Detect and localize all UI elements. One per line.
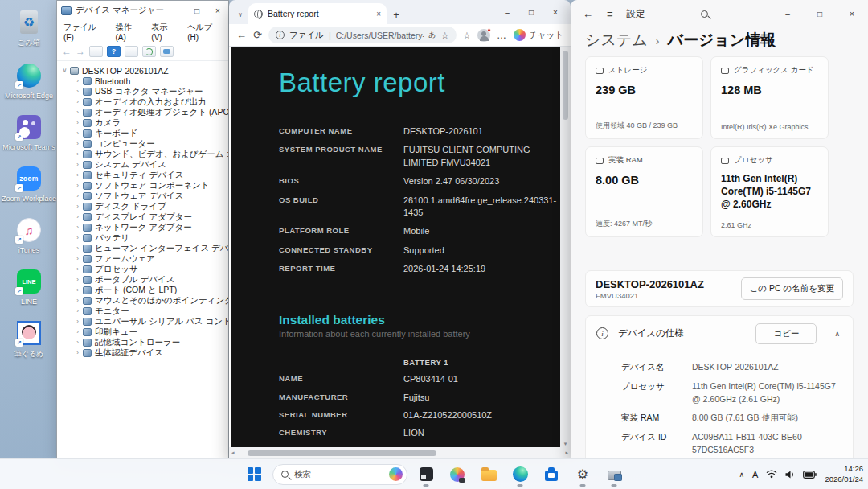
breadcrumb-parent[interactable]: システム (585, 30, 648, 51)
menu-item[interactable]: 操作(A) (115, 22, 141, 42)
device-tree-item[interactable]: › 印刷キュー (73, 327, 228, 337)
device-tree-item[interactable]: › 生体認証デバイス (73, 347, 228, 358)
scroll-down-icon[interactable]: ▾ (560, 441, 571, 447)
help-icon[interactable]: ? (107, 46, 121, 57)
expand-icon[interactable]: › (73, 98, 82, 105)
expand-icon[interactable]: › (73, 182, 82, 189)
device-tree-item[interactable]: › ディスプレイ アダプター (73, 212, 228, 222)
forward-icon[interactable]: → (76, 47, 85, 56)
expand-icon[interactable]: › (73, 171, 82, 179)
minimize-button[interactable]: – (772, 0, 804, 27)
device-tree-item[interactable]: › ソフトウェア デバイス (73, 191, 228, 201)
device-tree-item[interactable]: › ユニバーサル シリアル バス コントローラー (73, 316, 228, 327)
minimize-button[interactable]: – (495, 0, 519, 24)
desktop-icon[interactable]: ♻ ↗ ごみ箱 (3, 8, 55, 48)
menu-item[interactable]: ファイル(F) (63, 22, 104, 42)
rename-pc-button[interactable]: この PC の名前を変更 (741, 277, 843, 300)
device-tree-item[interactable]: › Bluetooth (73, 76, 228, 86)
expand-icon[interactable]: › (73, 349, 82, 356)
menu-item[interactable]: ヘルプ(H) (187, 22, 222, 42)
device-tree-item[interactable]: › ポータブル デバイス (73, 274, 228, 285)
expand-icon[interactable]: › (73, 328, 82, 335)
device-tree-item[interactable]: › USB コネクタ マネージャー (73, 86, 228, 97)
console-icon[interactable] (89, 46, 103, 57)
volume-icon[interactable] (785, 471, 795, 479)
collapse-icon[interactable]: ∨ (60, 67, 69, 74)
device-tree-item[interactable]: › カメラ (73, 117, 228, 128)
horizontal-scrollbar[interactable]: ◂ ▸ (229, 447, 571, 458)
tab-close-icon[interactable]: × (376, 10, 381, 18)
expand-icon[interactable]: › (73, 318, 82, 325)
desktop-icon[interactable]: ↗ 筆ぐるめ (3, 319, 55, 360)
device-tree-item[interactable]: › キーボード (73, 128, 228, 138)
tray-overflow-icon[interactable]: ∧ (739, 471, 745, 479)
expand-icon[interactable]: › (73, 77, 82, 84)
expand-icon[interactable]: › (73, 213, 82, 220)
expand-icon[interactable]: › (73, 255, 82, 262)
taskbar-copilot[interactable] (444, 462, 470, 487)
device-tree-item[interactable]: › ネットワーク アダプター (73, 222, 228, 232)
expand-icon[interactable]: › (73, 129, 82, 137)
taskbar-clock[interactable]: 14:26 2026/01/24 (825, 464, 863, 484)
desktop-icon[interactable]: LINE ↗ LINE (3, 268, 55, 306)
page-info-icon[interactable]: i (276, 31, 285, 39)
desktop-icon[interactable]: zoom ↗ Zoom Workplace (3, 165, 55, 203)
favorite-star-icon[interactable]: ☆ (440, 30, 448, 41)
scroll-left-icon[interactable]: ◂ (231, 450, 235, 456)
close-button[interactable]: × (543, 0, 567, 24)
properties-icon[interactable] (125, 46, 138, 57)
taskbar-store[interactable] (538, 462, 564, 487)
close-button[interactable]: × (207, 1, 228, 20)
address-bar[interactable]: i ファイル | C:/Users/USER/battery-repor... … (268, 27, 457, 43)
scrollbar-thumb[interactable] (248, 450, 436, 456)
expand-icon[interactable]: › (73, 88, 82, 95)
expand-icon[interactable]: › (73, 297, 82, 304)
back-icon[interactable]: ← (236, 30, 247, 40)
copilot-chat-button[interactable]: チャット (514, 29, 563, 41)
hamburger-menu-icon[interactable]: ≡ (607, 8, 613, 20)
taskbar-settings[interactable]: ⚙ (570, 462, 596, 487)
maximize-button[interactable]: □ (186, 1, 207, 20)
reload-icon[interactable]: ⟳ (253, 30, 262, 40)
tab-actions-icon[interactable]: ∨ (232, 5, 248, 24)
expand-icon[interactable]: › (73, 265, 82, 273)
scan-hardware-icon[interactable] (142, 46, 156, 57)
expand-icon[interactable]: › (73, 140, 82, 147)
back-icon[interactable]: ← (583, 8, 593, 20)
device-tree-item[interactable]: › サウンド、ビデオ、およびゲーム コントローラー (73, 149, 228, 159)
device-tree-item[interactable]: › ディスク ドライブ (73, 201, 228, 212)
device-tree-item[interactable]: › システム デバイス (73, 159, 228, 170)
new-tab-button[interactable]: + (387, 5, 406, 24)
feedback-icon[interactable] (160, 46, 174, 57)
profile-avatar[interactable] (477, 29, 490, 42)
expand-icon[interactable]: › (73, 224, 82, 231)
menu-item[interactable]: 表示(V) (151, 22, 177, 42)
device-tree-item[interactable]: › オーディオの入力および出力 (73, 97, 228, 107)
device-tree-item[interactable]: › プロセッサ (73, 264, 228, 274)
vertical-scrollbar[interactable]: ▾ (560, 47, 571, 448)
tab-battery-report[interactable]: Battery report × (248, 3, 387, 24)
taskbar-app-dark[interactable] (413, 462, 439, 487)
device-tree-root[interactable]: ∨ DESKTOP-2026101AZ (60, 65, 228, 76)
back-icon[interactable]: ← (62, 47, 72, 56)
taskbar-file-explorer[interactable] (476, 462, 502, 487)
expand-icon[interactable]: › (73, 244, 82, 252)
device-tree-item[interactable]: › セキュリティ デバイス (73, 170, 228, 180)
device-tree-item[interactable]: › オーディオ処理オブジェクト (APO) (73, 107, 228, 117)
battery-icon[interactable] (803, 471, 817, 479)
scrollbar-thumb[interactable] (563, 51, 568, 120)
device-tree-item[interactable]: › ファームウェア (73, 253, 228, 264)
copy-button[interactable]: コピー (755, 323, 817, 344)
expand-icon[interactable]: › (73, 339, 82, 346)
desktop-icon[interactable]: ♫ ↗ iTunes (3, 216, 55, 254)
start-button[interactable] (241, 462, 267, 487)
device-tree-item[interactable]: › バッテリ (73, 232, 228, 243)
restore-button[interactable]: □ (519, 0, 543, 24)
device-tree-item[interactable]: › ソフトウェア コンポーネント (73, 180, 228, 191)
chevron-up-icon[interactable]: ∧ (834, 330, 840, 338)
more-menu-icon[interactable]: … (497, 30, 507, 41)
device-tree-item[interactable]: › モニター (73, 306, 228, 316)
expand-icon[interactable]: › (73, 286, 82, 294)
device-tree-item[interactable]: › マウスとそのほかのポインティング デバイス (73, 295, 228, 306)
device-tree-item[interactable]: › ヒューマン インターフェイス デバイス (73, 243, 228, 253)
